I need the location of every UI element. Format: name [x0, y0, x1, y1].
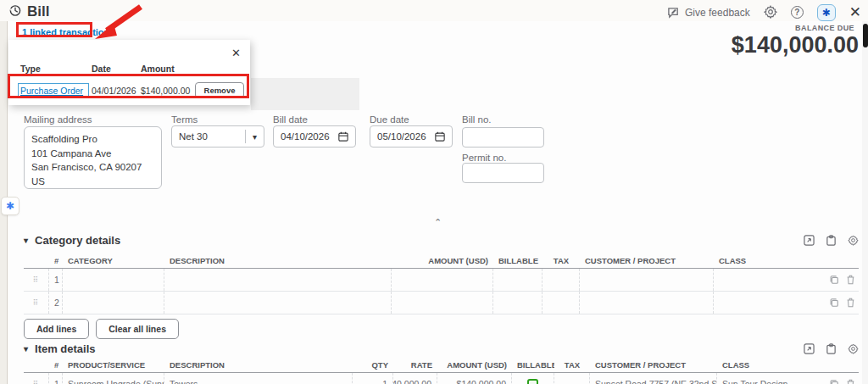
billable-cell[interactable]: [512, 373, 554, 384]
product-service-cell[interactable]: Sunroom Upgrade (Sunroom Upgrade): [63, 373, 164, 384]
paste-icon[interactable]: [826, 343, 837, 354]
duplicate-row-icon[interactable]: [829, 275, 839, 285]
due-date-value: 05/10/2026: [377, 131, 426, 142]
class-cell[interactable]: [714, 269, 798, 291]
item-row-1[interactable]: ⠿ 1 Sunroom Upgrade (Sunroom Upgrade) To…: [24, 373, 859, 384]
duplicate-row-icon[interactable]: [829, 298, 839, 308]
terms-select[interactable]: Net 30 ▾: [171, 125, 264, 147]
chevron-down-icon: ▾: [24, 236, 28, 245]
delete-row-icon[interactable]: [846, 298, 855, 308]
bill-date-input[interactable]: 04/10/2026: [273, 125, 356, 147]
rate-cell[interactable]: 140,000.00: [393, 373, 437, 384]
item-details-title: Item details: [35, 342, 96, 355]
col-class: CLASS: [714, 256, 798, 265]
tax-cell[interactable]: [542, 269, 580, 291]
col-description: DESCRIPTION: [164, 256, 392, 265]
scrollbar-thumb[interactable]: [863, 24, 868, 47]
col-product-service: PRODUCT/SERVICE: [63, 360, 164, 370]
item-details-table: # PRODUCT/SERVICE DESCRIPTION QTY RATE A…: [24, 360, 859, 384]
customer-cell[interactable]: [580, 269, 714, 291]
billable-checkbox[interactable]: [527, 379, 538, 384]
drag-handle-icon[interactable]: ⠿: [24, 269, 49, 291]
col-qty: QTY: [353, 360, 393, 370]
popup-close-icon[interactable]: ✕: [231, 47, 241, 59]
drag-handle-icon[interactable]: ⠿: [24, 373, 49, 384]
col-customer-project: CUSTOMER / PROJECT: [590, 360, 717, 370]
vendor-field-disabled: [251, 78, 359, 110]
description-cell[interactable]: [164, 292, 392, 314]
customer-cell[interactable]: [580, 292, 714, 314]
category-details-toggle[interactable]: ▾ Category details: [24, 234, 120, 247]
linked-date: 04/01/2026: [92, 86, 141, 96]
due-date-label: Due date: [370, 114, 409, 125]
billable-cell[interactable]: [493, 292, 542, 314]
clear-all-lines-button[interactable]: Clear all lines: [96, 319, 179, 339]
scrollbar-track[interactable]: [862, 21, 868, 384]
col-rate: RATE: [393, 360, 437, 370]
qty-cell[interactable]: 1: [353, 373, 393, 384]
calendar-icon[interactable]: [435, 131, 445, 142]
give-feedback-label: Give feedback: [685, 7, 750, 19]
col-category: CATEGORY: [63, 256, 164, 265]
tax-cell[interactable]: [554, 373, 590, 384]
popup-col-type: Type: [20, 64, 92, 74]
give-feedback-button[interactable]: Give feedback: [667, 7, 750, 19]
bill-no-label: Bill no.: [462, 114, 492, 125]
col-num: #: [49, 256, 63, 265]
delete-row-icon[interactable]: [846, 275, 855, 285]
history-icon[interactable]: [8, 4, 21, 20]
purchase-order-link[interactable]: Purchase Order: [20, 86, 86, 96]
class-cell[interactable]: Sun Tour Design: [717, 373, 815, 384]
linked-transaction-link[interactable]: 1 linked transaction: [22, 27, 109, 37]
col-customer-project: CUSTOMER / PROJECT: [580, 256, 714, 265]
col-class: CLASS: [717, 360, 815, 370]
resize-table-icon[interactable]: [804, 235, 815, 246]
bill-no-input[interactable]: [462, 127, 544, 147]
description-cell[interactable]: Towers: [164, 373, 353, 384]
col-tax: TAX: [542, 256, 580, 265]
popup-column-headers: Type Date Amount: [20, 64, 241, 74]
help-icon[interactable]: ?: [791, 6, 804, 19]
resize-table-icon[interactable]: [804, 343, 815, 354]
category-row-2[interactable]: ⠿ 2: [24, 292, 859, 314]
sparkle-assist-tab[interactable]: ✱: [1, 197, 19, 215]
assistant-sparkle-icon[interactable]: ✱: [817, 4, 836, 21]
page-close-icon[interactable]: ✕: [849, 3, 861, 21]
amount-cell[interactable]: [392, 269, 493, 291]
collapse-caret-icon[interactable]: ⌃: [434, 217, 442, 228]
permit-no-label: Permit no.: [462, 153, 506, 163]
drag-handle-icon[interactable]: ⠿: [24, 292, 49, 314]
category-row-1[interactable]: ⠿ 1: [24, 269, 859, 292]
col-num: #: [49, 360, 63, 370]
feedback-bubble-icon: [667, 7, 680, 19]
settings-gear-icon[interactable]: [764, 5, 777, 20]
terms-value: Net 30: [179, 131, 208, 142]
paste-icon[interactable]: [826, 235, 837, 246]
mailing-address-field[interactable]: Scaffolding Pro 101 Campana Ave San Fran…: [24, 126, 162, 189]
category-cell[interactable]: [63, 269, 164, 291]
customer-cell[interactable]: Sunset Road 7757 (NE 32nd St): [590, 373, 717, 384]
col-billable: BILLABLE: [493, 256, 542, 265]
col-description: DESCRIPTION: [164, 360, 353, 370]
billable-cell[interactable]: [493, 269, 542, 291]
class-cell[interactable]: [714, 292, 798, 314]
bill-date-value: 04/10/2026: [281, 131, 330, 142]
category-cell[interactable]: [63, 292, 164, 314]
col-billable: BILLABLE: [512, 360, 554, 370]
item-details-toggle[interactable]: ▾ Item details: [24, 342, 96, 355]
add-lines-button[interactable]: Add lines: [24, 319, 89, 339]
permit-no-input[interactable]: [462, 163, 544, 183]
description-cell[interactable]: [164, 269, 392, 291]
calendar-icon[interactable]: [338, 131, 348, 142]
duplicate-row-icon[interactable]: [829, 379, 839, 384]
amount-cell[interactable]: $140,000.00: [437, 373, 512, 384]
popup-col-date: Date: [92, 64, 141, 74]
amount-cell[interactable]: [392, 292, 493, 314]
due-date-input[interactable]: 05/10/2026: [370, 125, 453, 147]
remove-button[interactable]: Remove: [195, 82, 244, 98]
table-settings-gear-icon[interactable]: [848, 235, 859, 246]
top-header-bar: Bill Give feedback ? ✱ ✕: [0, 0, 868, 22]
table-settings-gear-icon[interactable]: [848, 343, 859, 354]
delete-row-icon[interactable]: [846, 379, 855, 384]
tax-cell[interactable]: [542, 292, 580, 314]
